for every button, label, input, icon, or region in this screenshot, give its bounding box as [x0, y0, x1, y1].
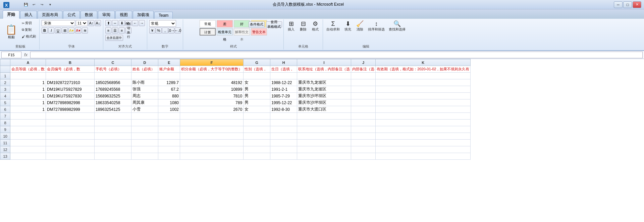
cell-g4[interactable]: 男 [244, 93, 270, 99]
tab-data[interactable]: 数据 [80, 11, 97, 19]
col-header-row_header[interactable] [0, 59, 10, 66]
cell-i6[interactable]: 重庆市大渡口区 [297, 106, 351, 113]
indent-increase-button[interactable]: → [139, 20, 145, 26]
cell-f3[interactable]: 10899 [180, 86, 244, 93]
cell-reference-box[interactable] [1, 52, 21, 58]
cell-j13[interactable] [351, 153, 376, 160]
cell-a5[interactable]: 1 [10, 99, 46, 106]
tab-view[interactable]: 视图 [115, 11, 132, 19]
cell-b7[interactable] [46, 113, 95, 120]
cell-c13[interactable] [95, 153, 131, 160]
cell-h4[interactable]: 1985-7-29 [270, 93, 297, 99]
cell-f6[interactable]: 2670 [180, 106, 244, 113]
cell-g10[interactable] [244, 133, 270, 140]
cell-e13[interactable] [158, 153, 180, 160]
cell-j6[interactable] [351, 106, 376, 113]
bold-button[interactable]: B [42, 27, 48, 33]
cell-a13[interactable] [10, 153, 46, 160]
cell-k9[interactable] [376, 126, 471, 133]
col-header-e[interactable]: E [158, 59, 180, 66]
format-cells-button[interactable]: ⚙ 格式 [310, 20, 321, 32]
cell-g11[interactable] [244, 140, 270, 146]
table-format-button[interactable]: 套用表格格式 [266, 21, 282, 27]
align-right-button[interactable]: ≡ [119, 27, 125, 33]
sort-filter-button[interactable]: ↕ 排序和筛选 [367, 20, 386, 32]
cell-i3[interactable]: 重庆市九龙坡区 [297, 86, 351, 93]
header-cell-j[interactable]: 内部备注（选 [351, 66, 376, 73]
cell-a10[interactable] [10, 133, 46, 140]
auto-sum-button[interactable]: Σ 自动求和 [325, 20, 341, 32]
col-header-h[interactable]: H [270, 59, 297, 66]
cell-i1[interactable] [297, 73, 351, 79]
cell-b1[interactable] [46, 73, 95, 79]
cell-i4[interactable]: 重庆市沙坪坝区 [297, 93, 351, 99]
row-header-10[interactable]: 10 [0, 133, 10, 140]
cell-h6[interactable]: 1992-8-30 [270, 106, 297, 113]
cell-j10[interactable] [351, 133, 376, 140]
cell-i2[interactable]: 重庆市九龙坡区 [297, 79, 351, 86]
cell-c5[interactable]: 18633540258 [95, 99, 131, 106]
cell-b2[interactable]: DM192872271910 [46, 79, 95, 86]
header-cell-h[interactable]: 生日（选填， [270, 66, 297, 73]
cell-h2[interactable]: 1988-12-22 [270, 79, 297, 86]
cell-k2[interactable] [376, 79, 471, 86]
cell-e8[interactable] [158, 120, 180, 126]
col-header-k[interactable]: K [376, 59, 471, 66]
cell-d3[interactable]: 张强 [131, 86, 158, 93]
cell-f12[interactable] [180, 146, 244, 153]
cell-g3[interactable]: 男 [244, 86, 270, 93]
header-cell-e[interactable]: 账户余额 [158, 66, 180, 73]
cell-i13[interactable] [297, 153, 351, 160]
cell-j7[interactable] [351, 113, 376, 120]
font-color-button[interactable]: A▾ [75, 27, 81, 33]
cell-f1[interactable] [180, 73, 244, 79]
accounting-format-button[interactable]: ¥ [149, 27, 155, 33]
cell-j12[interactable] [351, 146, 376, 153]
comma-button[interactable]: , [162, 27, 168, 33]
cell-a11[interactable] [10, 140, 46, 146]
cell-d2[interactable]: 陈小雨 [131, 79, 158, 86]
cell-j5[interactable] [351, 99, 376, 106]
header-cell-c[interactable]: 手机号（必填） [95, 66, 131, 73]
col-header-b[interactable]: B [46, 59, 95, 66]
cell-h8[interactable] [270, 120, 297, 126]
cell-c9[interactable] [95, 126, 131, 133]
row-header-5[interactable]: 5 [0, 99, 10, 106]
cell-a6[interactable]: 1 [10, 106, 46, 113]
col-header-g[interactable]: G [244, 59, 270, 66]
cell-c7[interactable] [95, 113, 131, 120]
cell-j11[interactable] [351, 140, 376, 146]
cell-g13[interactable] [244, 153, 270, 160]
cell-h10[interactable] [270, 133, 297, 140]
col-header-j[interactable]: J [351, 59, 376, 66]
border-button[interactable]: ⊞ [62, 27, 68, 33]
cell-d9[interactable] [131, 126, 158, 133]
underline-button[interactable]: U [55, 27, 61, 33]
cell-f8[interactable] [180, 120, 244, 126]
cell-e2[interactable]: 1289.7 [158, 79, 180, 86]
cell-i11[interactable] [297, 140, 351, 146]
cell-e6[interactable]: 1002 [158, 106, 180, 113]
header-cell-i[interactable]: 联系地址（选填，内部备注（选 [297, 66, 351, 73]
cell-g8[interactable] [244, 120, 270, 126]
cell-k4[interactable] [376, 93, 471, 99]
office-logo[interactable]: X [1, 1, 11, 9]
copy-button[interactable]: ⧉ 复制 [20, 27, 37, 33]
cell-h3[interactable]: 1991-2-1 [270, 86, 297, 93]
cell-a12[interactable] [10, 146, 46, 153]
insert-cells-button[interactable]: ⊞ 插入 [286, 20, 297, 32]
cell-a3[interactable]: 1 [10, 86, 46, 93]
cell-k10[interactable] [376, 133, 471, 140]
row-header-6[interactable]: 6 [0, 106, 10, 113]
cut-button[interactable]: ✂ 剪切 [20, 20, 37, 26]
header-cell-b[interactable]: 会员编号（必填，数 [46, 66, 95, 73]
cell-b10[interactable] [46, 133, 95, 140]
cell-i10[interactable] [297, 133, 351, 140]
cell-d5[interactable]: 周其康 [131, 99, 158, 106]
cell-c6[interactable]: 18963254125 [95, 106, 131, 113]
tab-review[interactable]: 审阅 [98, 11, 115, 19]
header-cell-g[interactable]: 性别（选填， [244, 66, 270, 73]
style-good-cell[interactable]: 好 [234, 20, 250, 27]
cell-k3[interactable] [376, 86, 471, 93]
row-header-3[interactable]: 3 [0, 86, 10, 93]
